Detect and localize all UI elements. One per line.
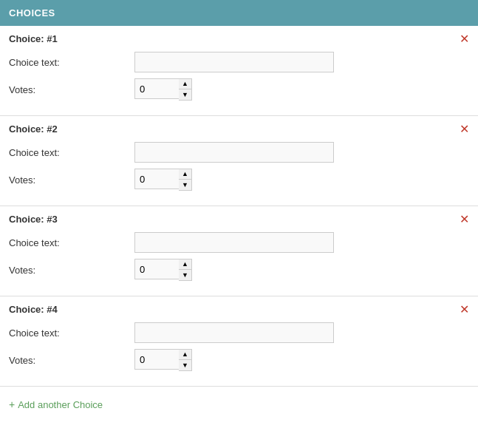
add-choice-label: Add another Choice [18,399,103,410]
choice-text-input-2[interactable] [134,142,334,163]
votes-spinners-2: ▲ ▼ [179,169,192,191]
choice-text-label-2: Choice text: [9,147,134,158]
votes-spinners-1: ▲ ▼ [179,78,192,101]
remove-choice-1-button[interactable]: ✕ [460,33,469,45]
add-choice-area: + Add another Choice [0,387,478,422]
choice-text-label-1: Choice text: [9,57,134,68]
votes-label-2: Votes: [9,174,134,186]
votes-spinners-4: ▲ ▼ [179,349,192,371]
votes-row-3: Votes: ▲ ▼ [9,259,469,281]
votes-row-2: Votes: ▲ ▼ [9,169,469,191]
votes-increment-2[interactable]: ▲ [179,169,191,180]
choice-title-2: Choice: #2 [9,123,469,135]
remove-choice-3-button[interactable]: ✕ [460,214,469,225]
remove-choice-2-button[interactable]: ✕ [460,123,469,135]
choice-text-row-2: Choice text: [9,142,469,163]
votes-row-1: Votes: ▲ ▼ [9,78,469,101]
choices-container: Choice: #1 ✕ Choice text: Votes: ▲ ▼ Cho… [0,26,478,387]
votes-decrement-4[interactable]: ▼ [179,360,191,370]
votes-wrapper-1: ▲ ▼ [134,78,192,101]
votes-label-4: Votes: [9,355,134,366]
votes-label-1: Votes: [9,84,134,95]
choice-text-row-3: Choice text: [9,232,469,253]
plus-icon: + [9,398,15,410]
votes-input-3[interactable] [134,259,179,279]
votes-wrapper-2: ▲ ▼ [134,169,192,191]
choice-title-3: Choice: #3 [9,214,469,225]
votes-input-2[interactable] [134,169,179,189]
votes-wrapper-4: ▲ ▼ [134,349,192,371]
remove-choice-4-button[interactable]: ✕ [460,304,469,316]
add-choice-button[interactable]: + Add another Choice [0,390,112,419]
choice-block-2: Choice: #2 ✕ Choice text: Votes: ▲ ▼ [0,116,478,206]
choice-title-1: Choice: #1 [9,33,469,44]
choice-title-4: Choice: #4 [9,304,469,315]
votes-decrement-3[interactable]: ▼ [179,270,191,280]
choice-block-3: Choice: #3 ✕ Choice text: Votes: ▲ ▼ [0,206,478,296]
votes-spinners-3: ▲ ▼ [179,259,192,281]
choice-block-4: Choice: #4 ✕ Choice text: Votes: ▲ ▼ [0,296,478,387]
choice-text-label-4: Choice text: [9,327,134,339]
votes-wrapper-3: ▲ ▼ [134,259,192,281]
choice-text-input-4[interactable] [134,322,334,343]
votes-input-4[interactable] [134,349,179,370]
choice-block-1: Choice: #1 ✕ Choice text: Votes: ▲ ▼ [0,26,478,116]
votes-increment-4[interactable]: ▲ [179,350,191,360]
votes-decrement-2[interactable]: ▼ [179,180,191,190]
choice-text-input-3[interactable] [134,232,334,253]
votes-increment-1[interactable]: ▲ [179,79,191,89]
choice-text-label-3: Choice text: [9,237,134,248]
votes-input-1[interactable] [134,78,179,99]
votes-decrement-1[interactable]: ▼ [179,89,191,100]
choice-text-row-4: Choice text: [9,322,469,343]
votes-label-3: Votes: [9,265,134,276]
choices-header: CHOICES [0,0,478,26]
choice-text-row-1: Choice text: [9,52,469,72]
votes-row-4: Votes: ▲ ▼ [9,349,469,371]
votes-increment-3[interactable]: ▲ [179,259,191,270]
choice-text-input-1[interactable] [134,52,334,72]
